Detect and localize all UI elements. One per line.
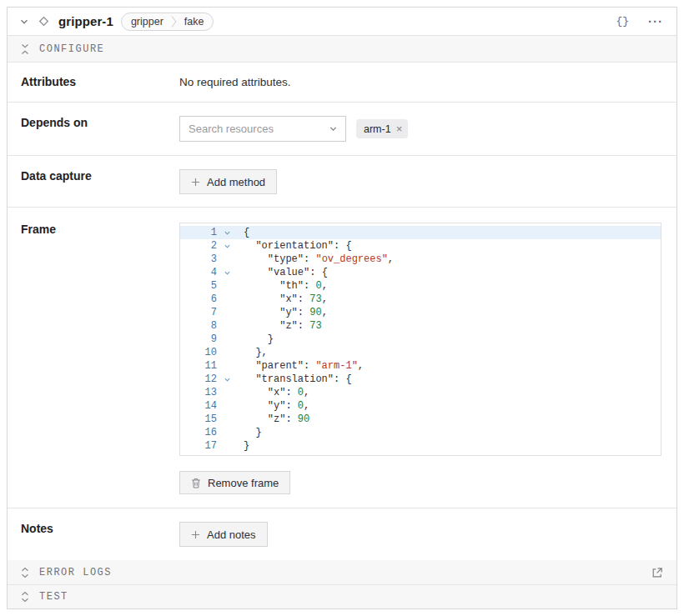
line-number: 16 (180, 426, 217, 439)
editor-line[interactable]: 4 "value": { (180, 266, 661, 279)
add-notes-button[interactable]: Add notes (179, 522, 268, 547)
line-number: 9 (180, 333, 217, 346)
code-text: "orientation": { (237, 239, 352, 253)
fold-gutter (217, 333, 237, 346)
editor-lines: 1{2 "orientation": {3 "type": "ov_degree… (180, 223, 661, 455)
error-logs-section-bar[interactable]: ERROR LOGS (8, 560, 676, 585)
editor-line[interactable]: 1{ (180, 226, 661, 239)
collapse-section-icon (21, 43, 29, 55)
test-section-bar[interactable]: TEST (8, 585, 676, 608)
depends-on-select[interactable] (179, 116, 346, 142)
fold-gutter (217, 293, 237, 306)
line-number: 3 (180, 253, 217, 266)
fold-gutter (217, 399, 237, 413)
editor-line[interactable]: 5 "th": 0, (180, 279, 661, 293)
code-text: "x": 0, (237, 386, 309, 399)
component-type-badge: gripper fake (121, 13, 214, 31)
json-mode-toggle-icon[interactable]: {} (616, 15, 629, 28)
fold-gutter (217, 346, 237, 359)
line-number: 4 (180, 266, 217, 279)
line-number: 2 (180, 239, 217, 253)
fold-gutter (217, 359, 237, 373)
configure-section-bar[interactable]: CONFIGURE (8, 36, 676, 63)
attributes-value: No required attributes. (179, 63, 676, 102)
fold-chevron-icon[interactable] (217, 266, 237, 279)
code-text: "x": 73, (237, 293, 328, 306)
error-logs-section-title: ERROR LOGS (39, 567, 112, 578)
line-number: 15 (180, 413, 217, 426)
line-number: 11 (180, 359, 217, 373)
fold-gutter (217, 319, 237, 333)
remove-frame-button[interactable]: Remove frame (179, 471, 290, 494)
plus-icon (191, 178, 200, 187)
remove-dependency-icon[interactable]: × (396, 123, 403, 134)
line-number: 13 (180, 386, 217, 399)
editor-line[interactable]: 8 "z": 73 (180, 319, 661, 333)
notes-label: Notes (21, 508, 179, 560)
add-method-button[interactable]: Add method (179, 169, 277, 194)
line-number: 14 (180, 399, 217, 413)
fold-chevron-icon[interactable] (217, 226, 237, 239)
editor-line[interactable]: 14 "y": 0, (180, 399, 661, 413)
depends-on-row: Depends on arm-1 × (8, 103, 676, 156)
fold-gutter (217, 439, 237, 453)
more-options-icon[interactable]: ··· (648, 18, 663, 26)
editor-line[interactable]: 16 } (180, 426, 661, 439)
card-header: gripper-1 gripper fake {} ··· (8, 8, 676, 36)
editor-line[interactable]: 15 "z": 90 (180, 413, 661, 426)
fold-chevron-icon[interactable] (217, 373, 237, 386)
expand-section-icon (21, 591, 29, 603)
frame-row: Frame 1{2 "orientation": {3 "type": "ov_… (8, 208, 676, 508)
fold-gutter (217, 306, 237, 319)
component-type-label: gripper (131, 16, 163, 28)
frame-label: Frame (21, 208, 179, 508)
open-logs-external-icon[interactable] (651, 567, 663, 578)
code-text: } (237, 439, 249, 453)
editor-line[interactable]: 11 "parent": "arm-1", (180, 359, 661, 373)
expand-section-icon (21, 567, 29, 578)
trash-icon (191, 478, 201, 488)
code-text: "type": "ov_degrees", (237, 253, 394, 266)
fold-gutter (217, 426, 237, 439)
data-capture-row: Data capture Add method (8, 156, 676, 208)
editor-line[interactable]: 13 "x": 0, (180, 386, 661, 399)
line-number: 10 (180, 346, 217, 359)
code-text: } (237, 426, 262, 439)
badge-separator-icon (171, 14, 177, 29)
editor-line[interactable]: 10 }, (180, 346, 661, 359)
add-notes-label: Add notes (207, 528, 256, 541)
search-resources-input[interactable] (180, 117, 329, 141)
editor-line[interactable]: 3 "type": "ov_degrees", (180, 253, 661, 266)
editor-line[interactable]: 6 "x": 73, (180, 293, 661, 306)
line-number: 12 (180, 373, 217, 386)
line-number: 8 (180, 319, 217, 333)
code-text: }, (237, 346, 268, 359)
editor-line[interactable]: 12 "translation": { (180, 373, 661, 386)
notes-row: Notes Add notes (8, 508, 676, 560)
fold-chevron-icon[interactable] (217, 239, 237, 253)
editor-line[interactable]: 9 } (180, 333, 661, 346)
editor-line[interactable]: 2 "orientation": { (180, 239, 661, 253)
select-chevron-down-icon[interactable] (329, 124, 338, 133)
fold-gutter (217, 413, 237, 426)
configure-section-title: CONFIGURE (39, 43, 104, 55)
line-number: 7 (180, 306, 217, 319)
remove-frame-label: Remove frame (208, 477, 279, 489)
frame-json-editor[interactable]: 1{2 "orientation": {3 "type": "ov_degree… (179, 223, 661, 456)
component-card: gripper-1 gripper fake {} ··· CONFIGURE … (7, 7, 677, 609)
code-text: "translation": { (237, 373, 352, 386)
add-method-label: Add method (207, 176, 265, 188)
editor-line[interactable]: 17} (180, 439, 661, 453)
fold-gutter (217, 253, 237, 266)
plus-icon (191, 530, 200, 539)
code-text: "parent": "arm-1", (237, 359, 364, 373)
attributes-label: Attributes (21, 63, 179, 102)
fold-gutter (217, 386, 237, 399)
collapse-card-chevron-icon[interactable] (19, 17, 29, 27)
attributes-row: Attributes No required attributes. (8, 63, 676, 103)
editor-line[interactable]: 7 "y": 90, (180, 306, 661, 319)
code-text: "y": 0, (237, 399, 309, 413)
component-model-label: fake (184, 16, 204, 28)
fold-gutter (217, 279, 237, 293)
code-text: { (237, 226, 249, 239)
